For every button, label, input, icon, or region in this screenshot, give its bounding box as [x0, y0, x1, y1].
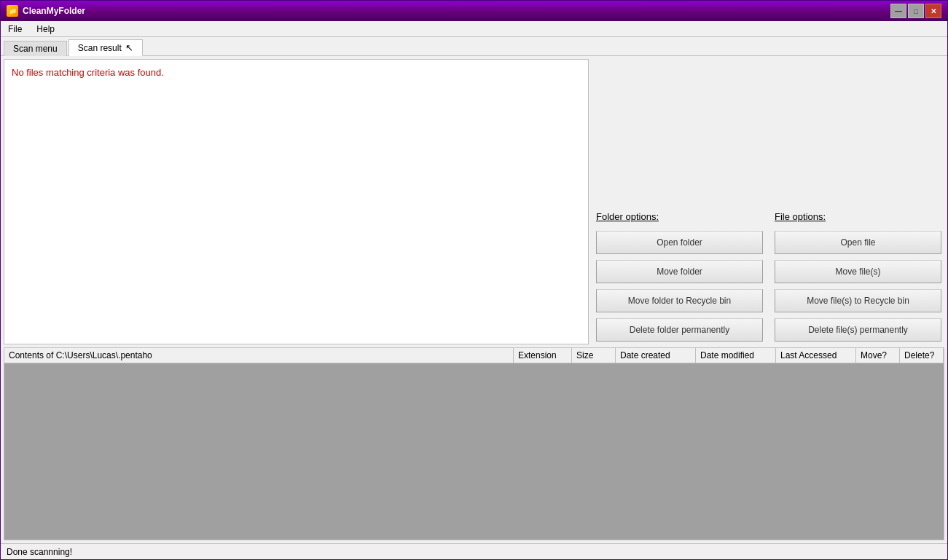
main-area: No files matching criteria was found. Fo…	[1, 56, 947, 543]
col-ext-header: Extension	[514, 348, 572, 363]
bottom-section: Contents of C:\Users\Lucas\.pentaho Exte…	[1, 347, 947, 543]
close-button[interactable]: ✕	[925, 4, 941, 18]
move-folder-button[interactable]: Move folder	[596, 260, 763, 283]
file-options-label: File options:	[775, 211, 941, 222]
title-bar: 📁 CleanMyFolder — □ ✕	[1, 1, 947, 21]
col-size-header: Size	[572, 348, 616, 363]
move-folder-recycle-button[interactable]: Move folder to Recycle bin	[596, 289, 763, 312]
move-files-recycle-button[interactable]: Move file(s) to Recycle bin	[775, 289, 941, 312]
minimize-button[interactable]: —	[890, 4, 906, 18]
folder-options-column: Folder options: Open folder Move folder …	[596, 211, 763, 342]
folder-options-label: Folder options:	[596, 211, 763, 222]
col-move-header: Move?	[856, 348, 900, 363]
options-panel: Folder options: Open folder Move folder …	[590, 56, 947, 347]
col-delete-header: Delete?	[900, 348, 944, 363]
status-bar: Done scannning!	[1, 543, 947, 559]
move-files-button[interactable]: Move file(s)	[775, 260, 941, 283]
delete-folder-button[interactable]: Delete folder permanently	[596, 318, 763, 342]
col-modified-header: Date modified	[696, 348, 776, 363]
status-message: Done scannning!	[7, 547, 72, 557]
delete-files-button[interactable]: Delete file(s) permanently	[775, 318, 941, 342]
file-options-column: File options: Open file Move file(s) Mov…	[775, 211, 941, 342]
no-files-message: No files matching criteria was found.	[7, 63, 585, 82]
col-created-header: Date created	[616, 348, 696, 363]
options-columns: Folder options: Open folder Move folder …	[596, 211, 941, 342]
window-title: CleanMyFolder	[23, 6, 85, 16]
title-bar-left: 📁 CleanMyFolder	[7, 5, 85, 17]
cursor-indicator: ↖	[125, 42, 133, 53]
maximize-button[interactable]: □	[908, 4, 924, 18]
scan-menu-tab[interactable]: Scan menu	[4, 41, 67, 56]
top-section: No files matching criteria was found. Fo…	[1, 56, 947, 347]
scan-result-tab[interactable]: Scan result ↖	[68, 39, 143, 56]
help-menu-item[interactable]: Help	[29, 23, 62, 36]
tab-bar: Scan menu Scan result ↖	[1, 37, 947, 56]
col-path-header: Contents of C:\Users\Lucas\.pentaho	[4, 348, 514, 363]
file-menu-item[interactable]: File	[1, 23, 29, 36]
table-body	[4, 363, 944, 540]
open-file-button[interactable]: Open file	[775, 231, 941, 254]
file-panel: No files matching criteria was found.	[4, 59, 589, 344]
table-header: Contents of C:\Users\Lucas\.pentaho Exte…	[4, 347, 944, 363]
col-accessed-header: Last Accessed	[776, 348, 856, 363]
main-window: 📁 CleanMyFolder — □ ✕ File Help Scan men…	[0, 0, 948, 560]
app-icon: 📁	[7, 5, 18, 17]
menu-bar: File Help	[1, 21, 947, 37]
open-folder-button[interactable]: Open folder	[596, 231, 763, 254]
title-bar-buttons: — □ ✕	[890, 4, 941, 18]
